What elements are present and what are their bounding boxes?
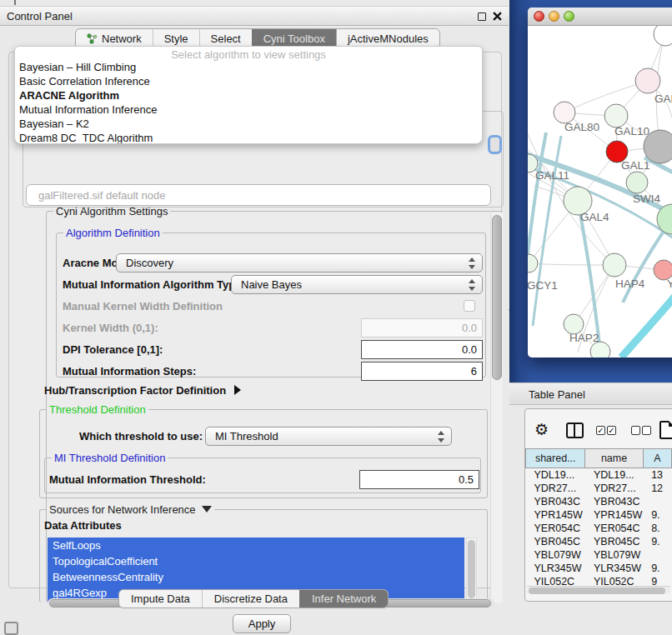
network-node-swi4[interactable] [626,172,648,193]
aracne-mode-combo[interactable]: Discovery [116,253,483,272]
network-view-window[interactable]: GALGAL80GAL10GAL1GAL11SWI4GAL4HAP4YGCY1H… [528,8,672,358]
table-cell: YDL19... [585,468,643,482]
network-tab-icon [87,33,98,44]
algorithm-option[interactable]: Bayesian – Hill Climbing [15,60,482,74]
window-minimize-icon[interactable] [549,11,559,22]
apply-button[interactable]: Apply [233,614,291,633]
close-panel-icon[interactable] [493,12,502,21]
table-cell: YDR27... [585,482,643,495]
attributes-list-scrollbar[interactable] [466,538,477,602]
threshold-definition-title: Threshold Definition [47,403,148,416]
algorithm-option[interactable]: ARACNE Algorithm [15,88,482,102]
checkbox-unchecked-icon[interactable] [631,426,640,435]
attribute-item[interactable]: SelfLoops [48,538,464,553]
checkbox-checked-icon[interactable]: ✓ [607,426,616,435]
manual-kernel-checkbox[interactable] [464,300,475,312]
network-node-unnamed-top[interactable] [654,26,672,46]
network-node-gal-pink[interactable] [635,68,660,93]
which-threshold-combo[interactable]: MI Threshold [205,427,452,446]
network-selector-combo[interactable]: galFiltered.sif default node [26,184,491,206]
expanded-arrow-icon [202,506,212,512]
column-header-shared-name[interactable]: shared... [526,449,585,468]
node-label-hap4: HAP4 [615,278,645,290]
sources-title: Sources for Network Inference [49,503,196,516]
gear-icon[interactable]: ⚙ [534,420,549,439]
table-cell: YDR27... [526,482,585,495]
network-canvas[interactable]: GALGAL80GAL10GAL1GAL11SWI4GAL4HAP4YGCY1H… [528,26,672,358]
dpi-tolerance-label: DPI Tolerance [0,1]: [63,343,163,356]
table-row[interactable]: YDR27...YDR27...12 [526,482,672,495]
network-node-gcy1[interactable] [528,254,538,272]
table-row[interactable]: YDL19...YDL19...13 [526,468,672,482]
table-row[interactable]: YIL052CYIL052C9 [526,575,672,586]
mi-threshold-group-title: MI Threshold Definition [52,452,168,464]
columns-icon[interactable] [566,422,584,438]
combo-stepper-icon [469,258,476,269]
algorithm-refresh-button[interactable] [488,135,502,154]
table-cell: YPR145W [526,508,585,522]
attribute-item[interactable]: BetweennessCentrality [48,569,464,585]
table-row[interactable]: YPR145WYPR145W9. [526,508,672,522]
table-row[interactable]: YBR045CYBR045C9. [526,535,672,548]
table-row[interactable]: YBL079WYBL079W [526,548,672,562]
mi-type-combo[interactable]: Naive Bayes [231,275,483,294]
table-row[interactable]: YER054CYER054C8. [526,522,672,535]
algorithm-option[interactable]: Bayesian – K2 [15,117,482,131]
table-cell: YBR045C [526,535,585,548]
table-cell: YER054C [526,522,585,535]
table-horizontal-scrollbar[interactable] [527,586,670,594]
table-cell: YBL079W [526,548,585,562]
algorithm-option[interactable]: Dream8 DC_TDC Algorithm [15,131,482,144]
data-attributes-label: Data Attributes [44,519,122,532]
table-row[interactable]: YLR345WYLR345W9. [526,562,672,575]
tab-infer-network[interactable]: Infer Network [299,590,388,608]
node-label-swi4: SWI4 [633,192,660,205]
table-panel-toolbar: ⚙ ✓ ✓ [524,415,672,447]
table-cell [643,548,671,562]
application-root: Control Panel Network Style Select Cyni … [0,0,672,635]
tab-discretize-data[interactable]: Discretize Data [202,590,299,608]
control-panel-title: Control Panel [0,10,73,22]
tab-impute-data[interactable]: Impute Data [119,590,202,608]
attribute-item[interactable]: TopologicalCoefficient [48,553,464,569]
document-icon[interactable] [659,421,672,439]
network-window-titlebar[interactable] [528,8,672,26]
table-cell: 12 [643,482,671,495]
kernel-width-field[interactable]: 0.0 [361,318,483,338]
table-cell [643,495,671,508]
algorithm-option[interactable]: Mutual Information Inference [15,102,482,117]
table-panel-titlebar: Table Panel [509,382,672,405]
network-node-gal10[interactable] [604,104,628,128]
node-label-gal80: GAL80 [564,121,599,133]
node-label-gal11: GAL11 [535,169,569,182]
settings-vertical-scrollbar[interactable] [490,212,503,602]
mi-steps-field[interactable]: 6 [361,362,483,381]
table-cell: 9. [643,562,671,575]
checkbox-checked-icon[interactable]: ✓ [596,426,605,435]
network-node-hap4[interactable] [603,253,626,277]
top-edge-mark [14,0,16,5]
kernel-width-label: Kernel Width (0,1): [63,322,158,334]
manual-kernel-label: Manual Kernel Width Definition [63,300,223,312]
table-row[interactable]: YBR043CYBR043C [526,495,672,508]
checkbox-unchecked-icon[interactable] [642,426,651,435]
node-label-gal10: GAL10 [614,125,649,138]
table-cell: 9 [643,575,671,586]
dpi-tolerance-field[interactable]: 0.0 [361,340,483,359]
mi-steps-label: Mutual Information Steps: [63,365,196,378]
window-close-icon[interactable] [534,11,544,22]
float-panel-icon[interactable] [478,12,486,21]
table-cell: YER054C [585,522,643,535]
algorithm-option[interactable]: Basic Correlation Inference [15,74,482,88]
aracne-mode-value: Discovery [126,257,173,269]
sources-toggle[interactable]: Sources for Network Inference [47,503,214,516]
column-header-cut[interactable]: A [643,449,671,468]
collapsed-arrow-icon [234,385,241,395]
mi-threshold-field[interactable]: 0.5 [359,470,479,489]
dock-panel-icon[interactable] [4,622,18,635]
hub-definition-toggle[interactable]: Hub/Transcription Factor Definition [44,384,241,397]
which-threshold-value: MI Threshold [215,430,278,442]
table-cell: YLR345W [585,562,643,575]
window-zoom-icon[interactable] [564,11,574,22]
column-header-name[interactable]: name [585,449,643,468]
